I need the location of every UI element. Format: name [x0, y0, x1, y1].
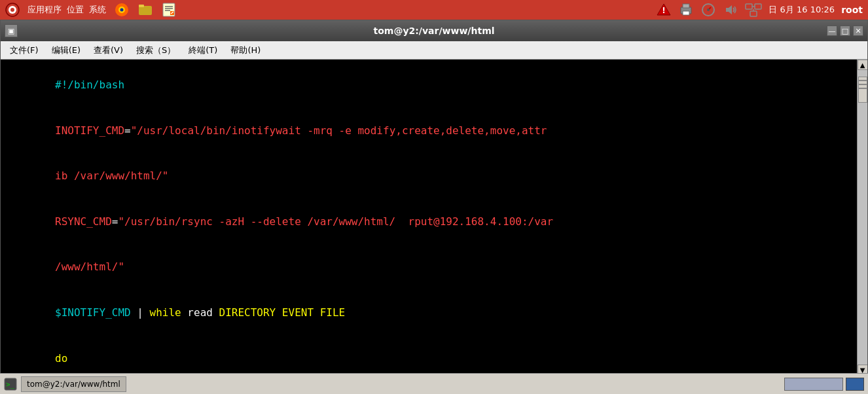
svg-rect-17 [683, 4, 689, 8]
taskbar-right [784, 378, 864, 391]
code-line-5: /www/html/" [5, 244, 853, 290]
alert-icon: ! [656, 2, 672, 18]
menu-file[interactable]: 文件(F) [5, 43, 44, 58]
menu-position[interactable]: 位置 [67, 4, 84, 16]
fedora-logo-icon [5, 3, 20, 17]
network-icon [745, 2, 762, 18]
code-line-2: INOTIFY_CMD="/usr/local/bin/inotifywait … [5, 108, 853, 154]
svg-text:!: ! [662, 6, 666, 15]
svg-rect-24 [755, 4, 761, 9]
volume-icon [723, 2, 738, 18]
menu-search[interactable]: 搜索（S） [131, 43, 181, 58]
datetime-display: 日 6月 16 10:26 [769, 4, 835, 16]
code-line-1: #!/bin/bash [5, 62, 853, 108]
editor-icon[interactable] [161, 2, 177, 18]
user-label: root [841, 5, 863, 15]
taskbar-input-display [784, 378, 843, 391]
taskbar-item-label: tom@y2:/var/www/html [27, 380, 120, 389]
window-title: tom@y2:/var/www/html [373, 26, 494, 36]
window-icon: ▣ [5, 24, 18, 37]
taskbar-terminal-item[interactable]: tom@y2:/var/www/html [21, 376, 126, 392]
title-bar: ▣ tom@y2:/var/www/html — □ ✕ [1, 20, 867, 41]
menu-view[interactable]: 查看(V) [88, 43, 128, 58]
svg-rect-7 [139, 5, 144, 7]
svg-text:>_: >_ [6, 380, 15, 389]
taskbar-network-icon [846, 378, 864, 391]
system-bar-right: ! 日 6月 16 10:26 root [656, 2, 863, 18]
scrollbar-track[interactable] [858, 70, 867, 365]
code-line-6: $INOTIFY_CMD | while read DIRECTORY EVEN… [5, 290, 853, 336]
system-monitor-icon [700, 2, 716, 18]
menu-terminal[interactable]: 終端(T) [183, 43, 223, 58]
taskbar-terminal-icon: >_ [4, 378, 17, 391]
svg-rect-26 [750, 11, 757, 16]
scrollbar[interactable]: ▲ ▼ [857, 60, 867, 375]
restore-button[interactable]: □ [840, 26, 850, 36]
menu-help[interactable]: 帮助(H) [225, 43, 266, 58]
printer-icon [678, 2, 694, 18]
terminal-window: ▣ tom@y2:/var/www/html — □ ✕ 文件(F) 编辑(E)… [0, 20, 868, 394]
scrollbar-thumb[interactable] [858, 77, 867, 103]
minimize-button[interactable]: — [827, 26, 837, 36]
firefox-icon[interactable] [114, 2, 130, 18]
svg-rect-18 [683, 11, 689, 15]
code-line-4: RSYNC_CMD="/usr/bin/rsync -azH --delete … [5, 199, 853, 245]
code-line-3: ib /var/www/html/" [5, 153, 853, 199]
menu-apps[interactable]: 应用程序 [27, 4, 62, 16]
system-bar: 应用程序 位置 系统 ! [0, 0, 868, 20]
svg-point-21 [707, 9, 710, 11]
svg-rect-6 [139, 6, 152, 15]
svg-point-2 [10, 8, 14, 12]
code-line-7: do [5, 335, 853, 375]
svg-point-5 [120, 9, 124, 12]
system-menu[interactable]: 应用程序 位置 系统 [27, 4, 106, 16]
taskbar: >_ tom@y2:/var/www/html [0, 373, 868, 394]
svg-rect-23 [746, 4, 752, 9]
code-editor[interactable]: #!/bin/bash INOTIFY_CMD="/usr/local/bin/… [1, 60, 857, 375]
close-button[interactable]: ✕ [853, 26, 863, 36]
svg-marker-22 [726, 5, 732, 14]
terminal-content[interactable]: #!/bin/bash INOTIFY_CMD="/usr/local/bin/… [1, 60, 867, 375]
menu-system[interactable]: 系统 [89, 4, 106, 16]
menu-edit[interactable]: 编辑(E) [46, 43, 86, 58]
window-controls[interactable]: — □ ✕ [827, 26, 863, 36]
scrollbar-up-button[interactable]: ▲ [858, 60, 868, 70]
folder-icon[interactable] [137, 2, 153, 18]
menu-bar: 文件(F) 编辑(E) 查看(V) 搜索（S） 終端(T) 帮助(H) [1, 41, 867, 60]
